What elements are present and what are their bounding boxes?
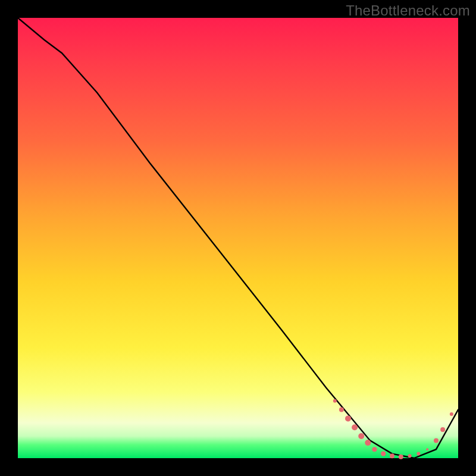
plot-area: [18, 18, 458, 458]
watermark-text: TheBottleneck.com: [346, 2, 470, 19]
highlight-dot: [339, 408, 344, 412]
highlight-dot: [345, 415, 351, 421]
highlight-dot: [408, 454, 412, 458]
highlight-dot: [440, 427, 445, 432]
highlight-dot: [416, 452, 420, 456]
chart-svg: [18, 18, 458, 458]
chart-frame: TheBottleneck.com: [0, 0, 476, 476]
highlight-dot: [450, 412, 453, 416]
bottleneck-curve-path: [18, 18, 458, 458]
highlight-dot: [390, 453, 394, 458]
highlight-dot: [372, 447, 377, 452]
highlight-dot: [352, 424, 358, 430]
highlight-dot: [365, 440, 371, 446]
highlight-dot: [333, 399, 337, 403]
highlight-dot: [381, 452, 386, 456]
highlight-dot: [434, 438, 439, 443]
highlight-dot: [358, 433, 364, 439]
highlight-dot: [399, 455, 403, 459]
highlight-dot: [426, 448, 428, 450]
